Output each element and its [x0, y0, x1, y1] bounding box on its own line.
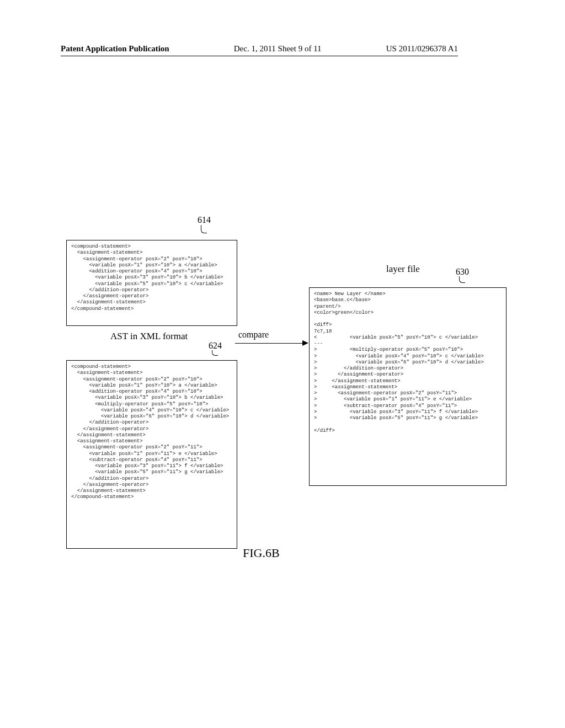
leader-624 [212, 350, 218, 356]
box-614: <compound-statement> <assignment-stateme… [66, 240, 237, 326]
leader-614 [201, 225, 207, 233]
leader-630 [459, 276, 465, 283]
header-left: Patent Application Publication [61, 44, 169, 53]
ref-630: 630 [456, 267, 469, 277]
box-624: <compound-statement> <assignment-stateme… [66, 360, 237, 549]
figure-caption: FIG.6B [243, 546, 280, 560]
ref-624: 624 [209, 341, 222, 351]
label-ast-xml: AST in XML format [110, 331, 188, 342]
header-right: US 2011/0296378 A1 [386, 44, 458, 53]
box-630: <name> New Layer </name> <base>base.c</b… [309, 287, 507, 486]
page-header: Patent Application Publication Dec. 1, 2… [61, 44, 458, 56]
label-compare: compare [238, 330, 269, 340]
ref-614: 614 [198, 215, 211, 225]
label-layer-file: layer file [386, 264, 420, 275]
compare-arrow-line [235, 343, 305, 344]
header-center: Dec. 1, 2011 Sheet 9 of 11 [234, 44, 322, 53]
compare-arrow-head-icon [302, 340, 308, 346]
